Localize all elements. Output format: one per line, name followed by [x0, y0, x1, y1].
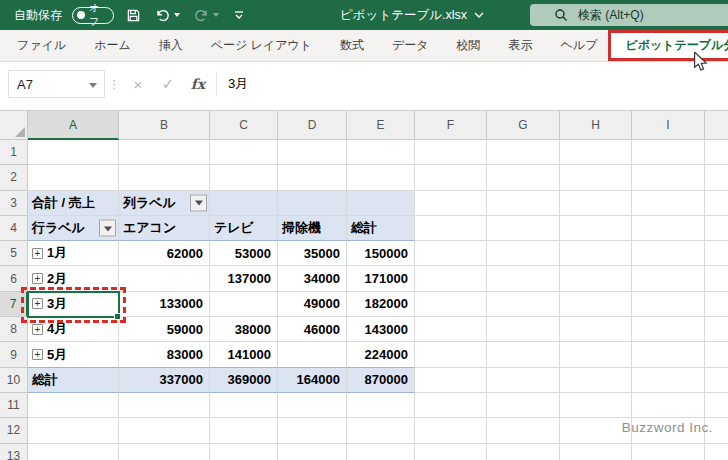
grid-cell[interactable] [210, 444, 278, 460]
name-box-dropdown-arrow[interactable] [89, 83, 97, 88]
formula-bar-resize-dots[interactable]: ⋮ [105, 70, 123, 98]
search-box[interactable]: 検索 (Alt+Q) [530, 4, 728, 26]
grid-cell[interactable] [487, 393, 560, 418]
column-header-C[interactable]: C [210, 111, 278, 140]
grid-cell[interactable] [278, 393, 347, 418]
grid-cell[interactable] [560, 292, 632, 317]
pivot-value-cell[interactable]: 83000 [119, 342, 210, 367]
row-header-10[interactable]: 10 [0, 368, 28, 393]
row-header-7[interactable]: 7 [0, 292, 28, 317]
undo-dropdown-arrow[interactable] [174, 13, 180, 17]
grid-cell[interactable] [632, 216, 705, 241]
pivot-grand-total-label[interactable]: 総計 [28, 368, 119, 393]
pivot-value-cell[interactable]: 59000 [119, 317, 210, 342]
grid-cell[interactable] [210, 393, 278, 418]
pivot-row-label[interactable]: +5月 [28, 342, 119, 367]
grid-cell[interactable] [347, 165, 415, 190]
pivot-value-cell[interactable]: 38000 [210, 317, 278, 342]
grid-cell[interactable] [415, 368, 487, 393]
pivot-summary-label[interactable]: 合計 / 売上 [28, 191, 119, 216]
grid-cell[interactable] [487, 292, 560, 317]
column-labels-filter-icon[interactable] [190, 194, 207, 211]
grid-cell[interactable] [210, 165, 278, 190]
pivot-column-area-label[interactable]: 列ラベル [119, 191, 210, 216]
pivot-header-cell[interactable] [347, 191, 415, 216]
ribbon-tab[interactable]: 校閲 [443, 30, 495, 61]
ribbon-tab-active[interactable]: ピボットテーブル分析 [611, 30, 728, 61]
column-header-F[interactable]: F [415, 111, 487, 140]
grid-cell[interactable] [487, 444, 560, 460]
grid-cell[interactable] [560, 241, 632, 266]
grid-cell[interactable] [487, 342, 560, 367]
grid-cell[interactable] [560, 342, 632, 367]
row-header-3[interactable]: 3 [0, 191, 28, 216]
grid-cell[interactable] [487, 266, 560, 291]
grid-cell[interactable] [705, 165, 728, 190]
column-header-E[interactable]: E [347, 111, 415, 140]
grid-cell[interactable] [560, 317, 632, 342]
row-header-13[interactable]: 13 [0, 444, 28, 460]
grid-cell[interactable] [632, 165, 705, 190]
row-header-9[interactable]: 9 [0, 342, 28, 367]
grid-cell[interactable] [278, 140, 347, 165]
insert-function-icon[interactable]: fx [183, 70, 213, 98]
grid-cell[interactable] [632, 266, 705, 291]
pivot-value-cell[interactable]: 143000 [347, 317, 415, 342]
pivot-value-cell[interactable]: 137000 [210, 266, 278, 291]
grid-cell[interactable] [347, 140, 415, 165]
grid-cell[interactable] [487, 191, 560, 216]
grid-cell[interactable] [560, 140, 632, 165]
grid-cell[interactable] [347, 393, 415, 418]
pivot-grand-total-value[interactable]: 337000 [119, 368, 210, 393]
undo-icon[interactable] [153, 6, 182, 25]
grid-cell[interactable] [487, 368, 560, 393]
grid-cell[interactable] [560, 216, 632, 241]
grid-cell[interactable] [415, 317, 487, 342]
row-header-1[interactable]: 1 [0, 140, 28, 165]
pivot-grand-total-value[interactable]: 164000 [278, 368, 347, 393]
column-header-G[interactable]: G [487, 111, 560, 140]
pivot-empty-cell[interactable] [119, 266, 210, 291]
row-header-2[interactable]: 2 [0, 165, 28, 190]
grid-cell[interactable] [705, 317, 728, 342]
ribbon-tab[interactable]: ホーム [80, 30, 145, 61]
grid-cell[interactable] [560, 444, 632, 460]
grid-cell[interactable] [415, 216, 487, 241]
pivot-grand-total-value[interactable]: 870000 [347, 368, 415, 393]
ribbon-tab[interactable]: 表示 [495, 30, 547, 61]
grid-cell[interactable] [210, 418, 278, 443]
pivot-column-header[interactable]: テレビ [210, 216, 278, 241]
save-icon[interactable] [124, 6, 143, 25]
pivot-value-cell[interactable]: 182000 [347, 292, 415, 317]
grid-cell[interactable] [705, 393, 728, 418]
pivot-value-cell[interactable]: 141000 [210, 342, 278, 367]
pivot-row-label[interactable]: +3月 [28, 292, 119, 317]
autosave-toggle[interactable]: オフ [72, 7, 114, 24]
grid-cell[interactable] [560, 393, 632, 418]
row-header-11[interactable]: 11 [0, 393, 28, 418]
pivot-column-header[interactable]: 掃除機 [278, 216, 347, 241]
grid-cell[interactable] [278, 165, 347, 190]
grid-cell[interactable] [119, 140, 210, 165]
grid-cell[interactable] [415, 418, 487, 443]
pivot-header-cell[interactable] [278, 191, 347, 216]
expand-icon[interactable]: + [32, 298, 43, 309]
row-header-5[interactable]: 5 [0, 241, 28, 266]
grid-cell[interactable] [560, 191, 632, 216]
grid-cell[interactable] [632, 140, 705, 165]
grid-cell[interactable] [632, 191, 705, 216]
grid-cell[interactable] [560, 165, 632, 190]
grid-cell[interactable] [119, 418, 210, 443]
grid-cell[interactable] [119, 393, 210, 418]
grid-cell[interactable] [28, 444, 119, 460]
formula-input[interactable]: 3月 [222, 70, 248, 98]
ribbon-tab[interactable]: ヘルプ [547, 30, 612, 61]
ribbon-tab[interactable]: 数式 [326, 30, 378, 61]
select-all-corner[interactable] [0, 111, 28, 140]
ribbon-tab[interactable]: ファイル [3, 30, 80, 61]
ribbon-tab[interactable]: データ [378, 30, 443, 61]
row-header-4[interactable]: 4 [0, 216, 28, 241]
grid-cell[interactable] [632, 342, 705, 367]
grid-cell[interactable] [28, 140, 119, 165]
ribbon-tab[interactable]: 挿入 [145, 30, 197, 61]
